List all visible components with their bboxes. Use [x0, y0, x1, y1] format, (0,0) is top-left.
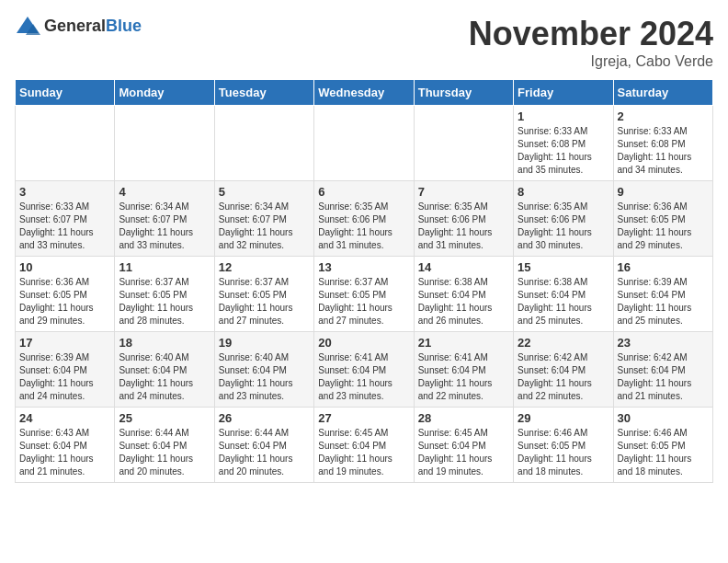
day-info: Sunrise: 6:37 AMSunset: 6:05 PMDaylight:… [318, 276, 409, 327]
day-info: Sunrise: 6:41 AMSunset: 6:04 PMDaylight:… [418, 351, 509, 403]
day-cell: 13Sunrise: 6:37 AMSunset: 6:05 PMDayligh… [314, 257, 414, 332]
week-row-4: 17Sunrise: 6:39 AMSunset: 6:04 PMDayligh… [16, 332, 713, 408]
day-info: Sunrise: 6:33 AMSunset: 6:07 PMDaylight:… [19, 201, 110, 252]
logo-icon [15, 15, 40, 37]
day-number: 28 [418, 411, 509, 425]
day-info: Sunrise: 6:34 AMSunset: 6:07 PMDaylight:… [219, 201, 310, 252]
day-number: 26 [219, 411, 310, 425]
day-number: 11 [119, 260, 210, 274]
day-cell [16, 106, 115, 181]
day-cell: 22Sunrise: 6:42 AMSunset: 6:04 PMDayligh… [514, 332, 613, 408]
day-cell: 26Sunrise: 6:44 AMSunset: 6:04 PMDayligh… [214, 408, 313, 483]
day-cell: 19Sunrise: 6:40 AMSunset: 6:04 PMDayligh… [214, 332, 313, 408]
day-info: Sunrise: 6:40 AMSunset: 6:04 PMDaylight:… [119, 351, 210, 403]
day-number: 17 [19, 336, 110, 350]
day-number: 6 [318, 185, 409, 199]
day-info: Sunrise: 6:35 AMSunset: 6:06 PMDaylight:… [318, 201, 409, 252]
day-info: Sunrise: 6:44 AMSunset: 6:04 PMDaylight:… [119, 427, 210, 478]
week-row-1: 1Sunrise: 6:33 AMSunset: 6:08 PMDaylight… [16, 106, 713, 181]
day-cell: 8Sunrise: 6:35 AMSunset: 6:06 PMDaylight… [514, 181, 613, 257]
day-info: Sunrise: 6:39 AMSunset: 6:04 PMDaylight:… [19, 351, 110, 403]
calendar-header: Sunday Monday Tuesday Wednesday Thursday… [16, 80, 713, 106]
day-number: 14 [418, 260, 509, 274]
day-info: Sunrise: 6:46 AMSunset: 6:05 PMDaylight:… [618, 427, 709, 478]
day-number: 3 [19, 185, 110, 199]
day-cell: 20Sunrise: 6:41 AMSunset: 6:04 PMDayligh… [314, 332, 414, 408]
month-title: November 2024 [469, 15, 713, 53]
day-info: Sunrise: 6:45 AMSunset: 6:04 PMDaylight:… [418, 427, 509, 478]
day-info: Sunrise: 6:33 AMSunset: 6:08 PMDaylight:… [518, 125, 609, 177]
day-info: Sunrise: 6:37 AMSunset: 6:05 PMDaylight:… [119, 276, 210, 327]
week-row-3: 10Sunrise: 6:36 AMSunset: 6:05 PMDayligh… [16, 257, 713, 332]
day-cell: 1Sunrise: 6:33 AMSunset: 6:08 PMDaylight… [514, 106, 613, 181]
day-number: 2 [618, 109, 709, 123]
day-info: Sunrise: 6:38 AMSunset: 6:04 PMDaylight:… [518, 276, 609, 327]
day-cell: 29Sunrise: 6:46 AMSunset: 6:05 PMDayligh… [514, 408, 613, 483]
day-cell: 24Sunrise: 6:43 AMSunset: 6:04 PMDayligh… [16, 408, 115, 483]
day-cell: 11Sunrise: 6:37 AMSunset: 6:05 PMDayligh… [115, 257, 214, 332]
day-cell: 30Sunrise: 6:46 AMSunset: 6:05 PMDayligh… [613, 408, 712, 483]
header-row: Sunday Monday Tuesday Wednesday Thursday… [16, 80, 713, 106]
header-wednesday: Wednesday [314, 80, 414, 106]
header-sunday: Sunday [16, 80, 115, 106]
day-info: Sunrise: 6:46 AMSunset: 6:05 PMDaylight:… [518, 427, 609, 478]
header-thursday: Thursday [414, 80, 513, 106]
header-tuesday: Tuesday [214, 80, 313, 106]
day-cell: 7Sunrise: 6:35 AMSunset: 6:06 PMDaylight… [414, 181, 513, 257]
day-number: 10 [19, 260, 110, 274]
logo-general: General [44, 17, 106, 35]
header-friday: Friday [514, 80, 613, 106]
day-info: Sunrise: 6:35 AMSunset: 6:06 PMDaylight:… [418, 201, 509, 252]
day-cell [115, 106, 214, 181]
day-number: 9 [618, 185, 709, 199]
day-cell: 18Sunrise: 6:40 AMSunset: 6:04 PMDayligh… [115, 332, 214, 408]
day-info: Sunrise: 6:42 AMSunset: 6:04 PMDaylight:… [618, 351, 709, 403]
day-cell: 17Sunrise: 6:39 AMSunset: 6:04 PMDayligh… [16, 332, 115, 408]
day-number: 27 [318, 411, 409, 425]
day-info: Sunrise: 6:36 AMSunset: 6:05 PMDaylight:… [618, 201, 709, 252]
day-info: Sunrise: 6:33 AMSunset: 6:08 PMDaylight:… [618, 125, 709, 177]
day-cell: 5Sunrise: 6:34 AMSunset: 6:07 PMDaylight… [214, 181, 313, 257]
header-saturday: Saturday [613, 80, 712, 106]
day-cell: 12Sunrise: 6:37 AMSunset: 6:05 PMDayligh… [214, 257, 313, 332]
day-cell: 16Sunrise: 6:39 AMSunset: 6:04 PMDayligh… [613, 257, 712, 332]
day-number: 16 [618, 260, 709, 274]
calendar-body: 1Sunrise: 6:33 AMSunset: 6:08 PMDaylight… [16, 106, 713, 483]
day-number: 18 [119, 336, 210, 350]
day-cell: 23Sunrise: 6:42 AMSunset: 6:04 PMDayligh… [613, 332, 712, 408]
day-info: Sunrise: 6:45 AMSunset: 6:04 PMDaylight:… [318, 427, 409, 478]
day-number: 12 [219, 260, 310, 274]
day-number: 21 [418, 336, 509, 350]
day-cell [214, 106, 313, 181]
day-cell [314, 106, 414, 181]
header-monday: Monday [115, 80, 214, 106]
day-number: 8 [518, 185, 609, 199]
day-number: 7 [418, 185, 509, 199]
logo-blue: Blue [106, 17, 142, 35]
day-info: Sunrise: 6:39 AMSunset: 6:04 PMDaylight:… [618, 276, 709, 327]
week-row-5: 24Sunrise: 6:43 AMSunset: 6:04 PMDayligh… [16, 408, 713, 483]
day-info: Sunrise: 6:35 AMSunset: 6:06 PMDaylight:… [518, 201, 609, 252]
day-cell: 25Sunrise: 6:44 AMSunset: 6:04 PMDayligh… [115, 408, 214, 483]
day-number: 24 [19, 411, 110, 425]
day-info: Sunrise: 6:41 AMSunset: 6:04 PMDaylight:… [318, 351, 409, 403]
day-cell: 15Sunrise: 6:38 AMSunset: 6:04 PMDayligh… [514, 257, 613, 332]
day-cell: 14Sunrise: 6:38 AMSunset: 6:04 PMDayligh… [414, 257, 513, 332]
day-number: 25 [119, 411, 210, 425]
week-row-2: 3Sunrise: 6:33 AMSunset: 6:07 PMDaylight… [16, 181, 713, 257]
day-number: 13 [318, 260, 409, 274]
day-info: Sunrise: 6:34 AMSunset: 6:07 PMDaylight:… [119, 201, 210, 252]
day-info: Sunrise: 6:42 AMSunset: 6:04 PMDaylight:… [518, 351, 609, 403]
title-area: November 2024 Igreja, Cabo Verde [469, 15, 713, 70]
day-number: 30 [618, 411, 709, 425]
day-info: Sunrise: 6:43 AMSunset: 6:04 PMDaylight:… [19, 427, 110, 478]
day-number: 19 [219, 336, 310, 350]
day-info: Sunrise: 6:44 AMSunset: 6:04 PMDaylight:… [219, 427, 310, 478]
day-number: 22 [518, 336, 609, 350]
location-title: Igreja, Cabo Verde [469, 53, 713, 70]
day-number: 5 [219, 185, 310, 199]
day-cell: 3Sunrise: 6:33 AMSunset: 6:07 PMDaylight… [16, 181, 115, 257]
day-info: Sunrise: 6:36 AMSunset: 6:05 PMDaylight:… [19, 276, 110, 327]
day-number: 23 [618, 336, 709, 350]
day-number: 4 [119, 185, 210, 199]
